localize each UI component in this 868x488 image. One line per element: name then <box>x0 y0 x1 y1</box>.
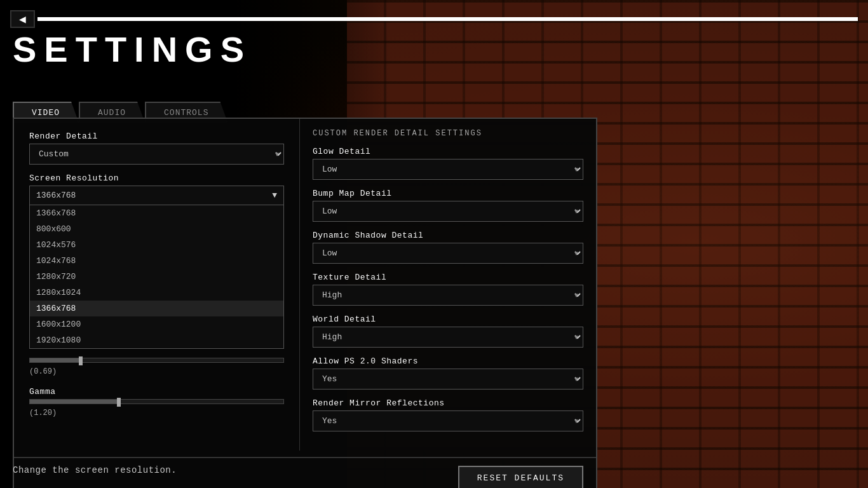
resolution-option-6[interactable]: 868x488 <box>30 301 283 316</box>
right-column: CUSTOM RENDER DETAIL SETTINGS Glow Detai… <box>300 119 596 451</box>
world-detail-wrapper: Low Medium High <box>313 327 583 348</box>
glow-detail-group: Glow Detail Low Medium High <box>313 147 583 180</box>
resolution-dropdown-header[interactable]: 868x488 ▼ <box>29 186 284 205</box>
resolution-option-1[interactable]: 800x600 <box>30 221 283 237</box>
brightness-slider-fill <box>30 358 81 362</box>
resolution-option-8[interactable]: 1920x1080 <box>30 332 283 348</box>
world-detail-select[interactable]: Low Medium High <box>313 327 583 348</box>
gamma-slider-track[interactable] <box>29 399 284 404</box>
dynamic-shadow-detail-group: Dynamic Shadow Detail Low Medium High <box>313 231 583 264</box>
resolution-dropdown[interactable]: 868x488 ▼ 868x488 800x600 1024x576 102… <box>29 186 284 349</box>
bump-map-detail-label: Bump Map Detail <box>313 189 583 198</box>
back-arrow-icon: ◀ <box>19 14 26 24</box>
gamma-value: (1.20) <box>29 409 57 417</box>
resolution-option-3[interactable]: 1024x768 <box>30 253 283 269</box>
back-button[interactable]: ◀ <box>10 10 35 28</box>
ps2-shaders-label: Allow PS 2.0 Shaders <box>313 356 583 366</box>
resolution-current-value: 868x488 <box>36 191 76 200</box>
resolution-dropdown-arrow: ▼ <box>272 191 277 200</box>
status-text: Change the screen resolution. <box>13 465 177 475</box>
bump-map-detail-group: Bump Map Detail Low Medium High <box>313 189 583 222</box>
reset-defaults-button[interactable]: RESET DEFAULTS <box>458 466 583 488</box>
glow-detail-wrapper: Low Medium High <box>313 159 583 180</box>
page-title: SETTINGS <box>13 32 252 67</box>
status-bar: Change the screen resolution. <box>13 465 177 475</box>
brightness-group: (0.69) <box>29 358 284 377</box>
texture-detail-group: Texture Detail Low Medium High <box>313 273 583 306</box>
page-title-container: SETTINGS <box>13 32 252 67</box>
glow-detail-select[interactable]: Low Medium High <box>313 159 583 180</box>
mirror-reflections-group: Render Mirror Reflections Yes No <box>313 398 583 431</box>
texture-detail-wrapper: Low Medium High <box>313 285 583 306</box>
bump-map-detail-select[interactable]: Low Medium High <box>313 201 583 222</box>
screen-resolution-group: Screen Resolution 868x488 ▼ 868x488 80… <box>29 173 284 349</box>
render-detail-dropdown-wrapper: Custom Low Medium High <box>29 144 284 165</box>
nav-bar-line <box>37 17 858 21</box>
ps2-shaders-wrapper: Yes No <box>313 369 583 390</box>
gamma-slider-thumb[interactable] <box>117 398 121 407</box>
render-detail-label: Render Detail <box>29 132 284 141</box>
left-column: Render Detail Custom Low Medium High Scr… <box>14 119 300 451</box>
gamma-group: Gamma (1.20) <box>29 387 284 418</box>
dynamic-shadow-detail-label: Dynamic Shadow Detail <box>313 231 583 240</box>
custom-render-section-title: CUSTOM RENDER DETAIL SETTINGS <box>313 129 583 138</box>
world-detail-label: World Detail <box>313 315 583 324</box>
mirror-reflections-wrapper: Yes No <box>313 410 583 431</box>
brightness-slider-track[interactable] <box>29 358 284 363</box>
dynamic-shadow-detail-wrapper: Low Medium High <box>313 243 583 264</box>
brightness-value: (0.69) <box>29 367 57 376</box>
dynamic-shadow-detail-select[interactable]: Low Medium High <box>313 243 583 264</box>
panel-content: Render Detail Custom Low Medium High Scr… <box>14 119 596 451</box>
texture-detail-label: Texture Detail <box>313 273 583 282</box>
world-detail-group: World Detail Low Medium High <box>313 315 583 348</box>
render-detail-group: Render Detail Custom Low Medium High <box>29 132 284 165</box>
resolution-option-0[interactable]: 868x488 <box>30 205 283 221</box>
render-detail-select[interactable]: Custom Low Medium High <box>29 144 284 165</box>
screen-resolution-label: Screen Resolution <box>29 173 284 183</box>
resolution-option-5[interactable]: 1280x1024 <box>30 285 283 301</box>
brightness-slider-thumb[interactable] <box>79 356 83 365</box>
mirror-reflections-select[interactable]: Yes No <box>313 410 583 431</box>
resolution-option-7[interactable]: 1600x1200 <box>30 316 283 332</box>
gamma-slider-fill <box>30 400 119 403</box>
resolution-list: 868x488 800x600 1024x576 1024x768 1280x… <box>29 205 284 349</box>
mirror-reflections-label: Render Mirror Reflections <box>313 398 583 408</box>
bump-map-detail-wrapper: Low Medium High <box>313 201 583 222</box>
resolution-option-2[interactable]: 1024x576 <box>30 237 283 253</box>
glow-detail-label: Glow Detail <box>313 147 583 156</box>
settings-panel: Render Detail Custom Low Medium High Scr… <box>13 118 597 488</box>
ps2-shaders-group: Allow PS 2.0 Shaders Yes No <box>313 356 583 390</box>
ps2-shaders-select[interactable]: Yes No <box>313 369 583 390</box>
resolution-option-4[interactable]: 1280x720 <box>30 269 283 285</box>
texture-detail-select[interactable]: Low Medium High <box>313 285 583 306</box>
gamma-label: Gamma <box>29 387 284 396</box>
